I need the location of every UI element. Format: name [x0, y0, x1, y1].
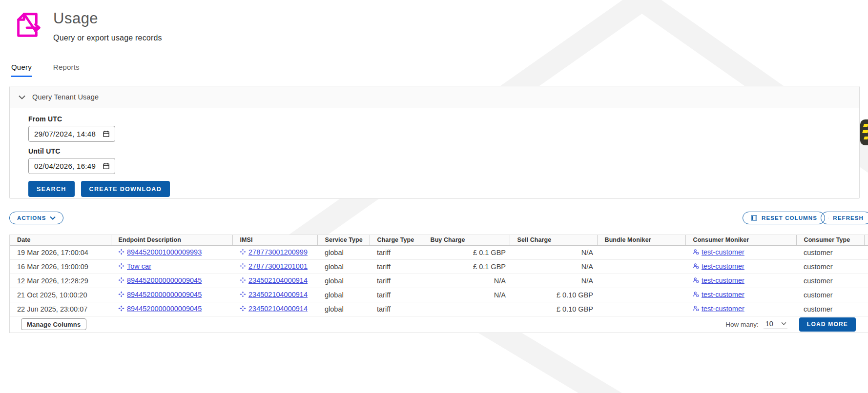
consumer-link[interactable]: test-customer: [702, 262, 744, 270]
cell-charge-type: tariff: [370, 274, 423, 288]
search-button[interactable]: SEARCH: [28, 181, 75, 197]
query-tenant-usage-panel: Query Tenant Usage From UTC 29/07/2024, …: [9, 86, 860, 199]
how-many-select[interactable]: 10: [764, 320, 787, 329]
refresh-button[interactable]: REFRESH: [821, 212, 868, 224]
tab-reports[interactable]: Reports: [53, 63, 80, 77]
cell-date: 19 Mar 2026, 17:00:04: [10, 245, 111, 259]
cell-imsi: 278773001201001: [232, 259, 317, 274]
feedback-edge-widget[interactable]: [860, 119, 868, 145]
column-header[interactable]: Service Type: [317, 235, 370, 245]
cell-date: 21 Oct 2025, 10:00:20: [10, 288, 111, 302]
person-badge-icon: [693, 249, 699, 255]
cell-charge-type: tariff: [370, 302, 423, 316]
cell-consumer-type: customer: [796, 259, 864, 274]
column-header[interactable]: Bundle Moniker: [597, 235, 685, 245]
table-row[interactable]: 19 Mar 2026, 17:00:04 894452000100000999…: [10, 245, 868, 259]
table-row[interactable]: 16 Mar 2026, 19:00:09 Tow car: [10, 259, 868, 274]
cell-imsi: 234502104000914: [232, 274, 317, 288]
table-row[interactable]: 21 Oct 2025, 10:00:20 894452000000000904…: [10, 288, 868, 302]
column-header[interactable]: Endpoint Description: [111, 235, 232, 245]
actions-button[interactable]: ACTIONS: [9, 212, 63, 224]
table-footer: Manage Columns How many: 10 LOAD MORE: [10, 316, 868, 333]
column-header[interactable]: Date: [10, 235, 111, 245]
cell-service-type: global: [317, 259, 370, 274]
table-row[interactable]: 22 Jun 2025, 23:00:07 894452000000000904…: [10, 302, 868, 316]
imsi-link[interactable]: 234502104000914: [248, 291, 308, 298]
cell-service-type: global: [317, 274, 370, 288]
until-utc-input[interactable]: 02/04/2026, 16:49: [28, 158, 115, 174]
load-more-button[interactable]: LOAD MORE: [799, 317, 856, 332]
cell-consumer-type: customer: [796, 245, 864, 259]
manage-columns-button[interactable]: Manage Columns: [21, 318, 86, 330]
consumer-link[interactable]: test-customer: [702, 305, 744, 313]
imsi-link[interactable]: 234502104000914: [248, 305, 308, 313]
move-icon: [240, 263, 246, 269]
panel-title: Query Tenant Usage: [32, 93, 99, 101]
move-icon: [118, 291, 124, 297]
cell-endpoint: 8944520001000009993: [111, 245, 232, 259]
consumer-link[interactable]: test-customer: [702, 248, 744, 256]
table-header-row: DateEndpoint DescriptionIMSIService Type…: [10, 235, 868, 245]
cell-date: 12 Mar 2026, 12:28:29: [10, 274, 111, 288]
column-header[interactable]: Consumer Moniker: [685, 235, 796, 245]
cell-consumer-type: customer: [796, 302, 864, 316]
cell-consumer-moniker: test-customer: [685, 245, 796, 259]
move-icon: [118, 263, 124, 269]
from-utc-input[interactable]: 29/07/2024, 14:48: [28, 126, 115, 142]
cell-sell-charge: £ 0.10 GBP: [510, 288, 597, 302]
reset-columns-button[interactable]: RESET COLUMNS: [743, 212, 825, 224]
columns-icon: [750, 215, 758, 221]
endpoint-link[interactable]: 8944520000000009045: [127, 276, 202, 284]
person-badge-icon: [693, 277, 699, 283]
cell-trailing: [864, 259, 868, 274]
endpoint-link[interactable]: 8944520000000009045: [127, 305, 202, 313]
cell-consumer-moniker: test-customer: [685, 274, 796, 288]
panel-collapse-header[interactable]: Query Tenant Usage: [10, 86, 859, 108]
imsi-link[interactable]: 234502104000914: [248, 276, 308, 284]
imsi-link[interactable]: 278773001201001: [248, 262, 308, 270]
cell-consumer-type: customer: [796, 288, 864, 302]
cell-trailing: [864, 245, 868, 259]
move-icon: [118, 249, 124, 255]
person-badge-icon: [693, 291, 699, 297]
consumer-link[interactable]: test-customer: [702, 276, 744, 284]
cell-sell-charge: £ 0.10 GBP: [510, 302, 597, 316]
usage-export-icon: [12, 10, 42, 40]
column-header[interactable]: Consumer Type: [796, 235, 864, 245]
column-header[interactable]: Buy Charge: [423, 235, 510, 245]
chevron-down-icon: [19, 95, 25, 99]
move-icon: [240, 291, 246, 297]
endpoint-link[interactable]: Tow car: [127, 262, 151, 270]
table-row[interactable]: 12 Mar 2026, 12:28:29 894452000000000904…: [10, 274, 868, 288]
cell-charge-type: tariff: [370, 259, 423, 274]
cell-sell-charge: N/A: [510, 259, 597, 274]
create-download-button[interactable]: CREATE DOWNLOAD: [81, 181, 170, 197]
tab-query[interactable]: Query: [11, 63, 32, 77]
page-title: Usage: [53, 10, 162, 27]
move-icon: [240, 249, 246, 255]
cell-endpoint: 8944520000000009045: [111, 288, 232, 302]
move-icon: [240, 305, 246, 312]
cell-buy-charge: N/A: [423, 274, 510, 288]
cell-service-type: global: [317, 302, 370, 316]
cell-consumer-type: customer: [796, 274, 864, 288]
page-subtitle: Query or export usage records: [53, 34, 162, 42]
cell-consumer-moniker: test-customer: [685, 259, 796, 274]
cell-imsi: 278773001200999: [232, 245, 317, 259]
consumer-link[interactable]: test-customer: [702, 291, 744, 298]
calendar-icon[interactable]: [103, 162, 110, 170]
column-header[interactable]: IMSI: [232, 235, 317, 245]
column-header-trailing: [864, 235, 868, 245]
cell-endpoint: 8944520000000009045: [111, 274, 232, 288]
endpoint-link[interactable]: 8944520001000009993: [127, 248, 202, 256]
usage-table: DateEndpoint DescriptionIMSIService Type…: [9, 235, 868, 333]
imsi-link[interactable]: 278773001200999: [248, 248, 308, 256]
calendar-icon[interactable]: [103, 130, 110, 138]
cell-imsi: 234502104000914: [232, 288, 317, 302]
endpoint-link[interactable]: 8944520000000009045: [127, 291, 202, 298]
refresh-icon: [828, 215, 829, 222]
cell-service-type: global: [317, 245, 370, 259]
column-header[interactable]: Charge Type: [370, 235, 423, 245]
column-header[interactable]: Sell Charge: [510, 235, 597, 245]
how-many-label: How many:: [725, 321, 759, 328]
